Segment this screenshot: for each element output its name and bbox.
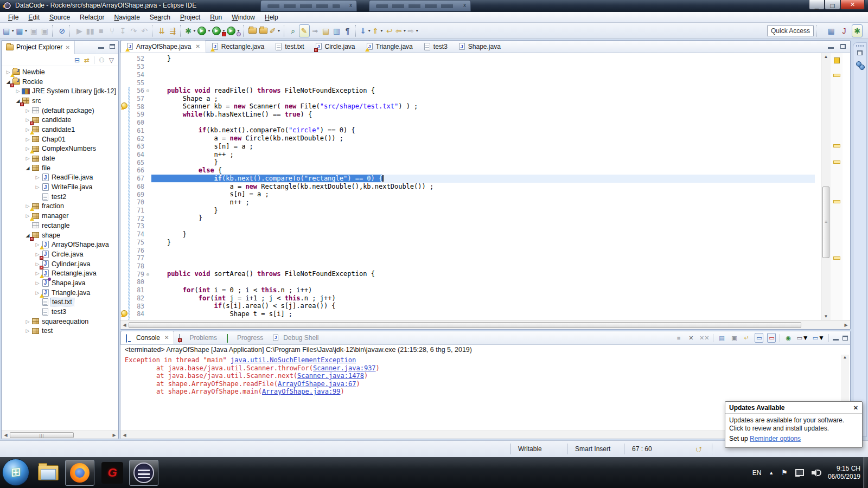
tray-expand-icon[interactable]: ▲ — [769, 470, 774, 476]
tree-item[interactable]: ▷JTriangle.java — [2, 288, 118, 298]
last-edit-location-icon[interactable]: ↩ — [384, 24, 395, 37]
minimize-button[interactable]: ▁ — [809, 0, 825, 10]
breakpoints-view-icon[interactable] — [856, 61, 865, 69]
collapsed-arrow-icon[interactable]: ▷ — [24, 319, 31, 324]
open-resource-icon[interactable] — [258, 24, 269, 37]
scroll-up-icon[interactable]: ▲ — [821, 54, 831, 59]
tree-item[interactable]: ▷JRectangle.java — [2, 268, 118, 278]
console-view-tab[interactable]: Console✕ — [120, 331, 174, 344]
network-icon[interactable] — [795, 469, 804, 477]
explorer-taskbar-button[interactable] — [34, 460, 63, 486]
code-line[interactable]: 82 for(int j = i+1 ; j < this.n ; j++) — [130, 294, 815, 303]
clear-console-icon[interactable]: ▤ — [717, 333, 726, 343]
java-perspective-icon[interactable]: J — [839, 24, 850, 37]
tree-item[interactable]: test2 — [2, 192, 118, 202]
code-line[interactable]: 68 a = new Rectangle(kb.nextDouble(),kb.… — [130, 183, 815, 191]
warning-marker-icon[interactable] — [833, 74, 840, 77]
code-line[interactable]: 75 } — [130, 239, 815, 247]
remove-all-terminated-icon[interactable]: ✕✕ — [699, 333, 709, 343]
highlighter-icon[interactable]: ✐▼ — [269, 24, 282, 37]
link-with-editor-icon[interactable]: ⇄ — [84, 56, 90, 64]
start-button[interactable]: ⊞ — [2, 459, 29, 486]
profile-icon[interactable]: ▶▼ — [226, 24, 241, 37]
terminate-icon[interactable]: ■ — [95, 24, 106, 37]
scrollbar-thumb[interactable] — [822, 187, 829, 258]
restore-view-icon[interactable] — [857, 50, 863, 55]
restore-button[interactable]: ❐ — [825, 0, 840, 10]
warning-marker-icon[interactable] — [833, 200, 840, 203]
show-when-stderr-icon[interactable]: ▭ — [767, 333, 776, 343]
open-task-icon[interactable] — [247, 24, 258, 37]
action-center-flag-icon[interactable]: ⚑ — [781, 468, 788, 477]
code-line[interactable]: 71 } — [130, 207, 815, 215]
code-line[interactable]: 61 if(kb.next().compareTo("circle") == 0… — [130, 126, 815, 134]
step-over-icon[interactable]: ↷ — [128, 24, 139, 37]
editor-tab[interactable]: J✕Circle.java — [310, 40, 361, 53]
tree-item[interactable]: ▷JWriteFile.java — [2, 182, 118, 192]
explorer-hscrollbar[interactable]: ◀ ||| ▶ — [2, 431, 118, 439]
quick-access-box[interactable]: Quick Access — [767, 25, 814, 36]
stack-trace-link[interactable]: Scanner.java:1478 — [297, 372, 364, 380]
open-console-icon[interactable]: ▭▼ — [813, 333, 825, 343]
code-line[interactable]: 65 } — [130, 158, 815, 166]
tree-item[interactable]: ▷JArrayOfShape.java — [2, 240, 118, 249]
collapsed-arrow-icon[interactable]: ▷ — [24, 137, 31, 142]
collapse-all-icon[interactable]: ⊟ — [74, 56, 80, 64]
code-line[interactable]: 73 — [130, 222, 815, 230]
code-line[interactable]: 53 — [130, 63, 815, 71]
scroll-lock-icon[interactable]: ▣ — [730, 333, 738, 343]
scroll-left-icon[interactable]: ◀ — [2, 433, 10, 438]
tree-item[interactable]: ◢✕src — [2, 96, 118, 106]
scroll-right-icon[interactable]: ▶ — [842, 323, 850, 328]
eclipse-taskbar-button[interactable] — [129, 460, 158, 486]
code-line[interactable]: 77 — [130, 254, 815, 262]
new-java-search-icon[interactable]: ⌕ — [288, 24, 299, 37]
drag-grip[interactable] — [856, 45, 864, 47]
debug-icon[interactable]: ✱▼ — [184, 24, 197, 37]
restore-editor-icon[interactable] — [840, 44, 846, 49]
save-icon[interactable]: ▣ — [28, 24, 39, 37]
show-doc-icon[interactable]: ▥ — [331, 24, 342, 37]
menu-edit[interactable]: Edit — [23, 13, 44, 22]
code-line[interactable]: 66 else { — [130, 166, 815, 175]
tree-item[interactable]: ▷JShape.java — [2, 278, 118, 288]
word-wrap-icon[interactable]: ↵ — [742, 333, 751, 343]
code-line[interactable]: 80 — [130, 278, 815, 286]
scroll-down-icon[interactable]: ▼ — [821, 314, 831, 319]
popup-close-icon[interactable]: ✕ — [853, 404, 858, 412]
collapsed-arrow-icon[interactable]: ▷ — [24, 108, 31, 113]
back-icon[interactable]: ⇦▼ — [395, 24, 407, 37]
editor-hscrollbar[interactable]: ◀ ▶ — [120, 320, 850, 329]
firefox-taskbar-button[interactable] — [65, 460, 94, 486]
menu-file[interactable]: File — [3, 13, 23, 22]
tree-item[interactable]: ◢✕shape — [2, 230, 118, 240]
tree-item[interactable]: ▷ComplexNumbers — [2, 144, 118, 154]
build-working-set-icon[interactable]: ⇊ — [156, 24, 167, 37]
next-edit-icon[interactable]: ➟ — [310, 24, 321, 37]
build-all-icon[interactable]: ⇶ — [167, 24, 178, 37]
code-line[interactable]: 52 } — [130, 55, 815, 63]
code-line[interactable]: 62 a = new Circle(kb.nextDouble()) ; — [130, 134, 815, 143]
previous-annotation-icon[interactable]: ⇑▼ — [372, 24, 384, 37]
code-line[interactable]: 63 s[n] = a ; — [130, 143, 815, 151]
menu-project[interactable]: Project — [175, 13, 205, 22]
step-return-icon[interactable]: ↶ — [139, 24, 150, 37]
garena-taskbar-button[interactable]: G — [98, 460, 127, 486]
console-view-tab[interactable]: JDebug Shell — [268, 331, 323, 344]
scroll-right-icon[interactable]: ▶ — [110, 433, 118, 438]
warning-bulb-icon[interactable] — [121, 102, 127, 109]
code-line[interactable]: 83 if(s[i].area() < s[j].area()) { — [130, 302, 815, 310]
scroll-left-icon[interactable]: ◀ — [120, 433, 129, 438]
tree-item[interactable]: ▷(default package) — [2, 106, 118, 115]
save-all-icon[interactable]: ▣ — [39, 24, 50, 37]
last-edit-pencil-icon[interactable]: ✎ — [299, 24, 310, 37]
tree-item[interactable]: ▷JReadFile.java — [2, 173, 118, 183]
code-line[interactable]: 60 — [130, 119, 815, 127]
menu-window[interactable]: Window — [227, 13, 260, 22]
disconnect-icon[interactable]: ⑂ — [106, 24, 117, 37]
collapsed-arrow-icon[interactable]: ▷ — [34, 175, 41, 180]
pin-console-icon[interactable]: ◉ — [784, 333, 793, 343]
code-line[interactable]: 57 Shape a ; — [130, 95, 815, 103]
language-indicator[interactable]: EN — [752, 469, 762, 477]
skip-all-breakpoints-icon[interactable]: ⊘ — [56, 24, 67, 37]
